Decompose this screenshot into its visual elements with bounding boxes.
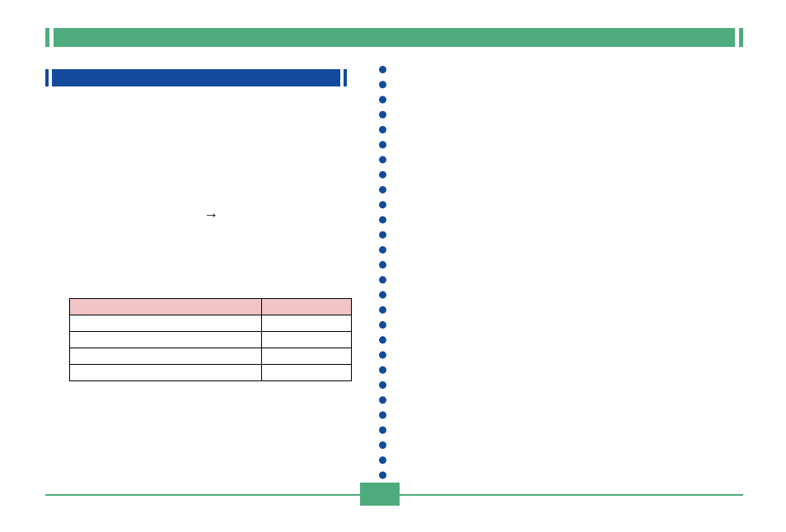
banner-notch-left [49,28,54,47]
table-header-cell [70,299,262,315]
banner-notch-right [735,28,739,47]
table-cell [70,348,262,365]
blue-notch-left [49,69,52,86]
table-header-row [70,299,352,315]
left-table [69,298,352,381]
page-number-block [360,483,400,506]
blue-notch-right [340,69,344,86]
table-cell [70,332,262,348]
table-row [70,332,352,348]
column-divider [379,66,386,494]
table-cell [262,365,352,381]
table-row [70,365,352,381]
left-subheader-bar [45,69,347,86]
table-cell [262,315,352,332]
top-banner [45,28,743,47]
table-row [70,315,352,332]
table-cell [70,315,262,332]
table-header-cell [262,299,352,315]
arrow-right-icon: → [204,207,218,224]
table-cell [262,332,352,348]
table-row [70,348,352,365]
table-cell [262,348,352,365]
table-cell [70,365,262,381]
